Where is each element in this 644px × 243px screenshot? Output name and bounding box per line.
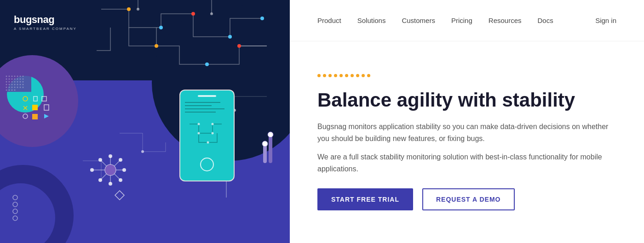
nav-solutions[interactable]: Solutions <box>357 17 386 24</box>
nav-product[interactable]: Product <box>317 17 341 24</box>
start-trial-button[interactable]: START FREE TRIAL <box>317 188 413 210</box>
logo-text: bugsnag <box>14 14 77 26</box>
decorative-dots <box>317 74 616 77</box>
phone-mockup <box>179 90 235 181</box>
navigation: Product Solutions Customers Pricing Reso… <box>290 0 644 41</box>
hero-description-2: We are a full stack stability monitoring… <box>317 151 616 175</box>
svg-point-90 <box>212 123 214 125</box>
nav-docs[interactable]: Docs <box>538 17 553 24</box>
hero-content: Balance agility with stability Bugsnag m… <box>290 41 644 243</box>
hero-description-1: Bugsnag monitors application stability s… <box>317 121 616 144</box>
dot-5 <box>339 74 343 77</box>
nav-links: Product Solutions Customers Pricing Reso… <box>317 17 553 25</box>
nav-signin[interactable]: Sign in <box>595 17 616 24</box>
nav-pricing[interactable]: Pricing <box>451 17 472 24</box>
logo[interactable]: bugsnag A SMARTBEAR COMPANY <box>14 14 77 31</box>
request-demo-button[interactable]: REQUEST A DEMO <box>422 188 515 210</box>
dot-9 <box>362 74 365 77</box>
nav-customers[interactable]: Customers <box>402 17 435 24</box>
right-panel: Product Solutions Customers Pricing Reso… <box>290 0 644 243</box>
dot-1 <box>317 74 321 77</box>
dot-4 <box>334 74 337 77</box>
dot-3 <box>328 74 332 77</box>
svg-point-92 <box>212 132 214 135</box>
dot-6 <box>345 74 348 77</box>
hero-title: Balance agility with stability <box>317 89 593 112</box>
svg-point-91 <box>198 132 200 135</box>
dot-2 <box>323 74 326 77</box>
hero-illustration: bugsnag A SMARTBEAR COMPANY <box>0 0 290 243</box>
dot-7 <box>351 74 354 77</box>
cta-buttons: START FREE TRIAL REQUEST A DEMO <box>317 188 616 210</box>
nav-resources[interactable]: Resources <box>489 17 522 24</box>
svg-point-93 <box>207 141 209 144</box>
svg-point-89 <box>198 123 200 125</box>
logo-sub: A SMARTBEAR COMPANY <box>14 27 77 31</box>
dot-8 <box>356 74 359 77</box>
dot-10 <box>367 74 370 77</box>
